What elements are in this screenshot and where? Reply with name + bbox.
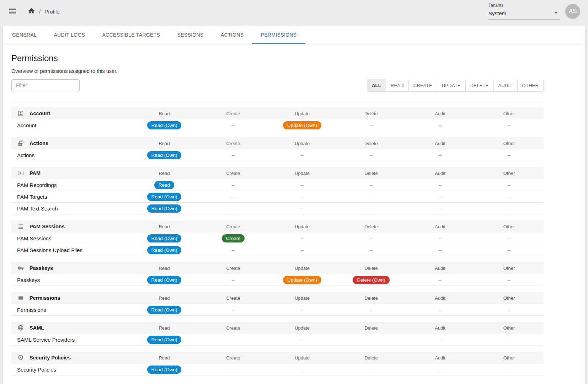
empty-marker: – bbox=[370, 152, 373, 158]
empty-cell: – bbox=[475, 235, 544, 241]
permission-cell: Read (Own) bbox=[130, 366, 199, 374]
row-name: Security Policies bbox=[11, 367, 130, 373]
row-name: PAM Sessions bbox=[11, 235, 130, 241]
empty-marker: – bbox=[439, 182, 442, 188]
empty-marker: – bbox=[439, 194, 442, 199]
row-name: SAML Service Providers bbox=[11, 337, 130, 343]
filter-input[interactable] bbox=[11, 79, 80, 91]
empty-marker: – bbox=[232, 194, 235, 199]
breadcrumb-home[interactable] bbox=[28, 7, 35, 16]
tenant-select-value: System bbox=[488, 10, 506, 16]
empty-cell: – bbox=[199, 122, 268, 128]
filter-all-button[interactable]: ALL bbox=[367, 79, 386, 91]
section-title: Actions bbox=[30, 140, 48, 146]
filter-toolbar: ALLREADCREATEUPDATEDELETEAUDITOTHER bbox=[11, 79, 544, 92]
empty-cell: – bbox=[475, 367, 544, 372]
globe-icon bbox=[17, 325, 24, 331]
section-title: Passkeys bbox=[30, 265, 53, 271]
menu-icon bbox=[8, 6, 17, 17]
section-actions: ActionsReadCreateUpdateDeleteAuditOtherA… bbox=[11, 137, 544, 161]
empty-cell: – bbox=[475, 307, 544, 313]
row-name: Account bbox=[11, 122, 130, 128]
permission-badge: Delete (Own) bbox=[353, 276, 390, 284]
filter-other-button[interactable]: OTHER bbox=[517, 79, 544, 91]
empty-marker: – bbox=[508, 235, 511, 241]
empty-cell: – bbox=[268, 235, 337, 241]
empty-cell: – bbox=[199, 206, 268, 211]
permission-badge: Read (Own) bbox=[147, 366, 182, 374]
tab-permissions[interactable]: PERMISSIONS bbox=[252, 26, 305, 44]
empty-cell: – bbox=[475, 247, 544, 253]
empty-marker: – bbox=[370, 206, 373, 211]
filter-audit-button[interactable]: AUDIT bbox=[493, 79, 517, 91]
section-title-cell: PAM Sessions bbox=[11, 223, 130, 230]
permission-badge: Read bbox=[154, 181, 174, 189]
breadcrumb-item-profile[interactable]: Profile bbox=[44, 9, 60, 15]
tab-sessions[interactable]: SESSIONS bbox=[169, 26, 212, 44]
empty-cell: – bbox=[199, 194, 268, 199]
tab-general[interactable]: GENERAL bbox=[4, 26, 45, 44]
section-title-cell: Account bbox=[11, 110, 130, 117]
empty-marker: – bbox=[508, 194, 511, 199]
permission-badge: Read (Own) bbox=[147, 246, 182, 254]
empty-cell: – bbox=[199, 337, 268, 342]
column-header-create: Create bbox=[199, 266, 268, 271]
permission-cell: Read (Own) bbox=[130, 246, 199, 254]
empty-cell: – bbox=[406, 247, 475, 253]
empty-cell: – bbox=[199, 247, 268, 253]
column-header-update: Update bbox=[268, 224, 337, 229]
empty-marker: – bbox=[232, 122, 235, 128]
empty-cell: – bbox=[268, 337, 337, 342]
empty-marker: – bbox=[508, 152, 511, 158]
section-account: AccountReadCreateUpdateDeleteAuditOtherA… bbox=[11, 107, 544, 131]
column-header-audit: Audit bbox=[406, 171, 475, 176]
permission-badge: Read (Own) bbox=[147, 234, 182, 242]
section-title-cell: Actions bbox=[11, 140, 130, 146]
column-header-read: Read bbox=[130, 224, 199, 229]
tenant-select[interactable]: Tenants System bbox=[488, 3, 560, 20]
column-header-delete: Delete bbox=[337, 355, 406, 361]
permission-cell: Read (Own) bbox=[130, 234, 199, 242]
avatar[interactable]: AS bbox=[565, 4, 580, 19]
empty-marker: – bbox=[232, 182, 235, 188]
empty-cell: – bbox=[268, 182, 337, 188]
empty-cell: – bbox=[406, 194, 475, 199]
section-passkeys: PasskeysReadCreateUpdateDeleteAuditOther… bbox=[11, 262, 544, 286]
filter-create-button[interactable]: CREATE bbox=[408, 79, 437, 91]
empty-cell: – bbox=[475, 182, 544, 188]
permission-badge: Read (Own) bbox=[147, 306, 182, 314]
column-header-update: Update bbox=[268, 325, 337, 331]
tab-actions[interactable]: ACTIONS bbox=[212, 26, 252, 44]
empty-marker: – bbox=[301, 194, 304, 199]
filter-update-button[interactable]: UPDATE bbox=[437, 79, 465, 91]
section-header-row: PAM SessionsReadCreateUpdateDeleteAuditO… bbox=[11, 220, 544, 233]
breadcrumb: / Profile bbox=[28, 7, 60, 16]
table-row: PasskeysRead (Own)–Update (Own)Delete (O… bbox=[11, 274, 544, 286]
permission-cell: Read (Own) bbox=[130, 276, 199, 284]
filter-delete-button[interactable]: DELETE bbox=[465, 79, 493, 91]
table-row: PAM Sessions Upload FilesRead (Own)––––– bbox=[11, 244, 544, 256]
empty-marker: – bbox=[370, 235, 373, 241]
permission-cell: Read (Own) bbox=[130, 306, 199, 314]
column-header-other: Other bbox=[475, 224, 544, 229]
column-header-read: Read bbox=[130, 171, 199, 176]
section-header-row: PermissionsReadCreateUpdateDeleteAuditOt… bbox=[11, 292, 544, 304]
menu-button[interactable] bbox=[5, 4, 20, 19]
column-header-delete: Delete bbox=[337, 111, 406, 116]
permission-badge: Read (Own) bbox=[147, 204, 182, 213]
column-header-create: Create bbox=[199, 325, 268, 331]
empty-marker: – bbox=[301, 337, 304, 342]
empty-cell: – bbox=[406, 122, 475, 128]
screen-share-icon bbox=[17, 170, 24, 176]
permission-badge: Read (Own) bbox=[147, 193, 182, 201]
column-header-delete: Delete bbox=[337, 171, 406, 176]
empty-marker: – bbox=[439, 152, 442, 158]
empty-marker: – bbox=[370, 307, 373, 313]
tab-audit-logs[interactable]: AUDIT LOGS bbox=[45, 26, 93, 44]
filter-read-button[interactable]: READ bbox=[386, 79, 408, 91]
tab-accessible-targets[interactable]: ACCESSIBLE TARGETS bbox=[93, 26, 169, 44]
empty-cell: – bbox=[337, 122, 406, 128]
tenant-select-label: Tenants bbox=[488, 3, 560, 8]
section-header-row: Security PoliciesReadCreateUpdateDeleteA… bbox=[11, 352, 544, 364]
column-header-read: Read bbox=[130, 266, 199, 271]
